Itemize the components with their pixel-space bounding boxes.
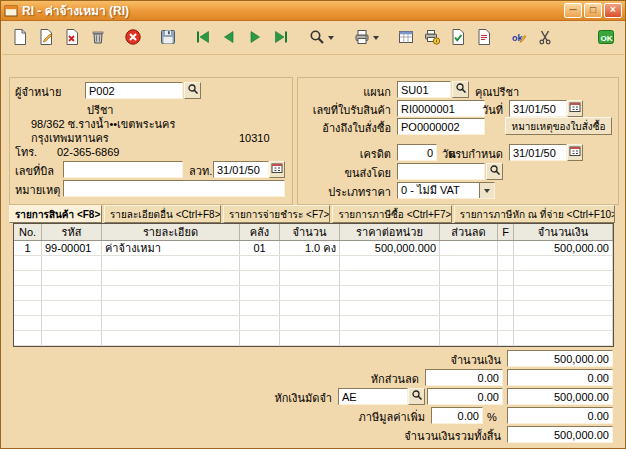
- bill-date-picker-button[interactable]: [269, 161, 285, 178]
- search-button[interactable]: [303, 25, 339, 51]
- table-row[interactable]: [14, 286, 613, 301]
- table-row[interactable]: [14, 271, 613, 286]
- bill-no-field[interactable]: [63, 161, 183, 178]
- calendar-icon: [569, 145, 581, 160]
- search-icon: [308, 28, 326, 48]
- print-button[interactable]: [348, 25, 384, 51]
- supplier-address-line2: กรุงเทพมหานคร: [31, 132, 109, 145]
- table-cell: [280, 256, 340, 270]
- supplier-code-field[interactable]: [85, 82, 183, 99]
- table-cell: 1.0 คง: [280, 241, 340, 255]
- cash-print-button[interactable]: [419, 25, 445, 51]
- svg-text:OK: OK: [601, 33, 613, 42]
- delete-button[interactable]: [85, 25, 111, 51]
- worksheet-button[interactable]: [393, 25, 419, 51]
- confirm-button[interactable]: OK: [593, 25, 619, 51]
- search-dropdown-arrow: [328, 36, 334, 40]
- vat-amount-field[interactable]: [507, 407, 613, 424]
- table-row[interactable]: [14, 256, 613, 271]
- table-cell: [498, 331, 514, 345]
- save-button[interactable]: [155, 25, 181, 51]
- previous-record-button[interactable]: [216, 25, 242, 51]
- table-cell: [340, 301, 440, 315]
- vat-document-button[interactable]: [445, 25, 471, 51]
- new-button[interactable]: [7, 25, 33, 51]
- tab-5[interactable]: รายการภาษีหัก ณ ที่จ่าย <Ctrl+F10>: [454, 205, 615, 223]
- supplier-search-button[interactable]: [184, 82, 201, 99]
- net-after-deposit-field[interactable]: [507, 388, 613, 405]
- transport-search-button[interactable]: [486, 163, 503, 180]
- table-cell: 1: [14, 241, 42, 255]
- credit-days-field[interactable]: [397, 144, 437, 161]
- discount-amount-field[interactable]: [507, 369, 613, 386]
- last-record-button[interactable]: [268, 25, 294, 51]
- date-label: วันที่: [482, 104, 503, 117]
- table-cell: [102, 316, 240, 330]
- tab-3[interactable]: รายการจ่ายชำระ <F7>: [223, 205, 330, 223]
- column-header: รายละเอียด: [102, 224, 240, 240]
- table-cell: [42, 301, 102, 315]
- cut-button[interactable]: [532, 25, 558, 51]
- table-cell: [102, 271, 240, 285]
- deposit-search-button[interactable]: [408, 388, 425, 405]
- worksheet-icon: [397, 28, 415, 48]
- table-row[interactable]: 199-00001ค่าจ้างเหมา011.0 คง500,000.0005…: [14, 241, 613, 256]
- table-cell: [340, 256, 440, 270]
- price-type-dropdown-button[interactable]: [479, 183, 494, 198]
- table-cell: [240, 316, 280, 330]
- table-cell: [42, 256, 102, 270]
- deposit-code-field[interactable]: [338, 388, 408, 405]
- void-document-button[interactable]: [59, 25, 85, 51]
- title-bar: RI - ค่าจ้างเหมา (RI) ─ □ ×: [1, 1, 625, 21]
- table-cell: [340, 331, 440, 345]
- tab-2[interactable]: รายละเอียดอื่น <Ctrl+F8>: [104, 205, 221, 223]
- table-cell: [14, 286, 42, 300]
- maximize-button[interactable]: □: [584, 3, 602, 18]
- dept-code-field[interactable]: [397, 81, 451, 98]
- bill-no-label: เลขที่บิล: [15, 165, 54, 178]
- edit-button[interactable]: [33, 25, 59, 51]
- table-cell: [14, 316, 42, 330]
- table-cell: [514, 256, 613, 270]
- table-row[interactable]: [14, 301, 613, 316]
- receipt-no-field[interactable]: [397, 100, 485, 117]
- table-cell: [240, 331, 280, 345]
- table-row[interactable]: [14, 331, 613, 346]
- deposit-amount-field[interactable]: [427, 388, 503, 405]
- price-type-select[interactable]: 0 - ไม่มี VAT: [397, 182, 495, 199]
- remark-field[interactable]: [63, 180, 285, 197]
- table-cell: [514, 331, 613, 345]
- table-cell: [498, 241, 514, 255]
- dept-label: แผนก: [363, 86, 391, 99]
- next-record-button[interactable]: [242, 25, 268, 51]
- first-record-button[interactable]: [190, 25, 216, 51]
- billing-note-button[interactable]: [471, 25, 497, 51]
- transport-label: ขนส่งโดย: [344, 167, 391, 180]
- dept-search-button[interactable]: [452, 81, 469, 98]
- table-row[interactable]: [14, 316, 613, 331]
- close-button[interactable]: ×: [604, 3, 622, 18]
- amount-field[interactable]: [507, 350, 613, 367]
- due-date-picker-button[interactable]: [567, 144, 583, 161]
- cancel-button[interactable]: [120, 25, 146, 51]
- tab-1[interactable]: รายการสินค้า <F8>: [9, 205, 102, 223]
- approve-button[interactable]: ok: [506, 25, 532, 51]
- due-date-field[interactable]: [509, 144, 567, 161]
- vat-rate-field[interactable]: [431, 407, 483, 424]
- po-ref-field[interactable]: [397, 118, 485, 135]
- tab-4[interactable]: รายการภาษีซื้อ <Ctrl+F7>: [332, 205, 451, 223]
- discount-value-field[interactable]: [425, 369, 503, 386]
- bill-date-field[interactable]: [213, 161, 269, 178]
- column-header: No.: [14, 224, 42, 240]
- date-picker-button[interactable]: [567, 100, 583, 117]
- table-cell: [340, 286, 440, 300]
- transport-field[interactable]: [397, 163, 485, 180]
- po-note-button[interactable]: หมายเหตุของใบสั่งซื้อ: [505, 117, 612, 135]
- phone-label: โทร.: [15, 146, 37, 159]
- grand-total-field[interactable]: [507, 426, 613, 443]
- date-field[interactable]: [509, 100, 567, 117]
- first-record-icon: [194, 28, 212, 48]
- minimize-button[interactable]: ─: [564, 3, 582, 18]
- table-cell: [240, 301, 280, 315]
- table-cell: [102, 256, 240, 270]
